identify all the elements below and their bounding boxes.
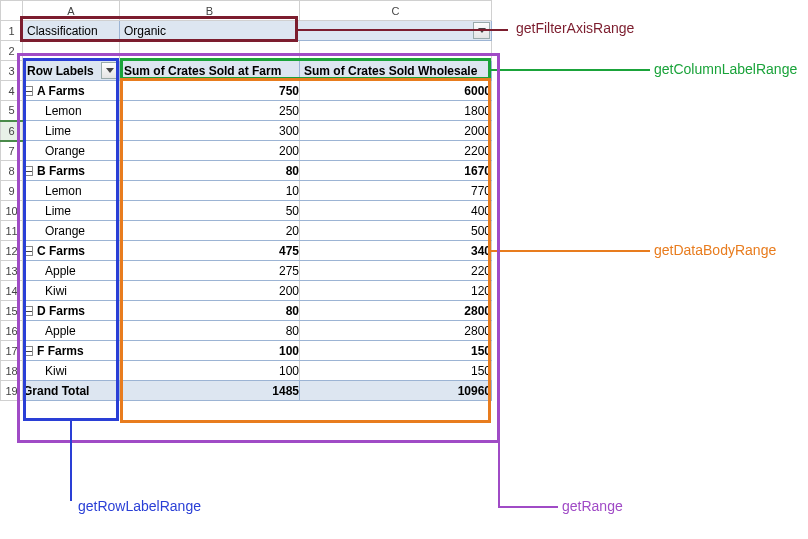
cell-v2[interactable]: 120: [300, 281, 492, 301]
row-header-8[interactable]: 8: [1, 161, 23, 181]
row-header-4[interactable]: 4: [1, 81, 23, 101]
row-header-9[interactable]: 9: [1, 181, 23, 201]
item-label[interactable]: Apple: [23, 321, 120, 341]
cell-v1[interactable]: 300: [120, 121, 300, 141]
item-label[interactable]: Kiwi: [23, 361, 120, 381]
row-header-13[interactable]: 13: [1, 261, 23, 281]
item-label[interactable]: Lemon: [23, 101, 120, 121]
row-header-11[interactable]: 11: [1, 221, 23, 241]
cell-v2[interactable]: 150: [300, 361, 492, 381]
item-label[interactable]: Lemon: [23, 181, 120, 201]
col-header-A[interactable]: A: [23, 1, 120, 21]
cell-v2[interactable]: 6000: [300, 81, 492, 101]
group-label[interactable]: B Farms: [23, 161, 120, 181]
cell-v1[interactable]: 80: [120, 161, 300, 181]
table-row: 12C Farms475340: [1, 241, 492, 261]
row-header-10[interactable]: 10: [1, 201, 23, 221]
item-label[interactable]: Lime: [23, 121, 120, 141]
collapse-button[interactable]: [23, 246, 33, 256]
row-header-15[interactable]: 15: [1, 301, 23, 321]
cell-v1[interactable]: 100: [120, 361, 300, 381]
cell-v1[interactable]: 20: [120, 221, 300, 241]
cell-v2[interactable]: 2800: [300, 321, 492, 341]
row-header-1[interactable]: 1: [1, 21, 23, 41]
item-label[interactable]: Orange: [23, 221, 120, 241]
row-label-text: B Farms: [37, 164, 85, 178]
cell-v1[interactable]: 275: [120, 261, 300, 281]
item-label[interactable]: Apple: [23, 261, 120, 281]
column-label-1[interactable]: Sum of Crates Sold at Farm: [120, 61, 300, 81]
cell-v2[interactable]: 1670: [300, 161, 492, 181]
row-label-text: Orange: [45, 224, 85, 238]
cell-v2[interactable]: 340: [300, 241, 492, 261]
row-header-6[interactable]: 6: [1, 121, 23, 141]
row-label-text: Apple: [45, 264, 76, 278]
group-label[interactable]: C Farms: [23, 241, 120, 261]
select-all-corner[interactable]: [1, 1, 23, 21]
cell-v2[interactable]: 1800: [300, 101, 492, 121]
cell-v1[interactable]: 50: [120, 201, 300, 221]
row-header-2[interactable]: 2: [1, 41, 23, 61]
annotation-line-filter-axis: [298, 29, 508, 31]
row-header-14[interactable]: 14: [1, 281, 23, 301]
row-label-text: C Farms: [37, 244, 85, 258]
group-label[interactable]: D Farms: [23, 301, 120, 321]
cell-v1[interactable]: 10: [120, 181, 300, 201]
column-label-2[interactable]: Sum of Crates Sold Wholesale: [300, 61, 492, 81]
col-header-C[interactable]: C: [300, 1, 492, 21]
row-header-7[interactable]: 7: [1, 141, 23, 161]
row-header-12[interactable]: 12: [1, 241, 23, 261]
table-row: 7Orange2002200: [1, 141, 492, 161]
row-header-5[interactable]: 5: [1, 101, 23, 121]
table-row: 6Lime3002000: [1, 121, 492, 141]
annotation-label-data-body: getDataBodyRange: [654, 242, 776, 258]
cell-v2[interactable]: 150: [300, 341, 492, 361]
cell-v1[interactable]: 80: [120, 321, 300, 341]
grand-total-v2[interactable]: 10960: [300, 381, 492, 401]
row-labels-header[interactable]: Row Labels: [23, 61, 120, 81]
row-label-text: D Farms: [37, 304, 85, 318]
table-row: 14Kiwi200120: [1, 281, 492, 301]
annotation-label-column-label: getColumnLabelRange: [654, 61, 797, 77]
table-row: 18Kiwi100150: [1, 361, 492, 381]
cell-v2[interactable]: 500: [300, 221, 492, 241]
grand-total-label[interactable]: Grand Total: [23, 381, 120, 401]
row-header-18[interactable]: 18: [1, 361, 23, 381]
collapse-button[interactable]: [23, 306, 33, 316]
cell-v2[interactable]: 400: [300, 201, 492, 221]
collapse-button[interactable]: [23, 346, 33, 356]
cell-v1[interactable]: 100: [120, 341, 300, 361]
row-label-text: Lime: [45, 204, 71, 218]
item-label[interactable]: Orange: [23, 141, 120, 161]
grand-total-v1[interactable]: 1485: [120, 381, 300, 401]
table-row: 4A Farms7506000: [1, 81, 492, 101]
cell-v1[interactable]: 200: [120, 141, 300, 161]
collapse-button[interactable]: [23, 166, 33, 176]
cell-v2[interactable]: 770: [300, 181, 492, 201]
cell-v2[interactable]: 2000: [300, 121, 492, 141]
cell-v1[interactable]: 250: [120, 101, 300, 121]
group-label[interactable]: A Farms: [23, 81, 120, 101]
cell-v1[interactable]: 750: [120, 81, 300, 101]
col-header-B[interactable]: B: [120, 1, 300, 21]
annotation-line-column-label: [491, 69, 650, 71]
cell-v1[interactable]: 200: [120, 281, 300, 301]
cell-v1[interactable]: 80: [120, 301, 300, 321]
item-label[interactable]: Lime: [23, 201, 120, 221]
group-label[interactable]: F Farms: [23, 341, 120, 361]
cell-v2[interactable]: 2200: [300, 141, 492, 161]
table-row: 13Apple275220: [1, 261, 492, 281]
cell-v2[interactable]: 2800: [300, 301, 492, 321]
row-label-text: Lime: [45, 124, 71, 138]
cell-v1[interactable]: 475: [120, 241, 300, 261]
row-header-17[interactable]: 17: [1, 341, 23, 361]
collapse-button[interactable]: [23, 86, 33, 96]
filter-field-label[interactable]: Classification: [23, 21, 120, 41]
row-header-19[interactable]: 19: [1, 381, 23, 401]
row-header-3[interactable]: 3: [1, 61, 23, 81]
spreadsheet-grid: A B C 1 Classification Organic 2 3 Row L…: [0, 0, 492, 401]
item-label[interactable]: Kiwi: [23, 281, 120, 301]
row-labels-dropdown[interactable]: [101, 62, 118, 79]
cell-v2[interactable]: 220: [300, 261, 492, 281]
row-header-16[interactable]: 16: [1, 321, 23, 341]
